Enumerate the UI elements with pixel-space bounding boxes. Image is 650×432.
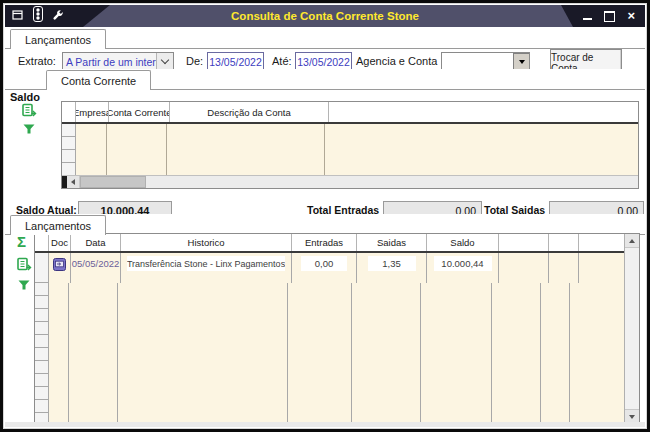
- saidas-cell[interactable]: 1,35: [357, 253, 427, 283]
- arrow-down-icon: [629, 415, 635, 419]
- column-header-data[interactable]: Data: [71, 234, 121, 251]
- application-window: Consulta de Conta Corrente Stone × La: [0, 0, 650, 432]
- maximize-icon[interactable]: [604, 11, 615, 22]
- scroll-up-button[interactable]: [625, 234, 639, 248]
- lancamentos-grid-column-lines: [35, 283, 624, 423]
- extrato-dropdown-button[interactable]: [156, 53, 173, 70]
- column-header-saidas[interactable]: Saidas: [357, 234, 427, 251]
- historico-value: Transferência Stone - Linx Pagamentos: [127, 256, 285, 271]
- table-row[interactable]: 05/05/2022 Transferência Stone - Linx Pa…: [35, 253, 624, 283]
- saldo-grid[interactable]: Empresa Conta Corrente Descrição da Cont…: [61, 101, 639, 189]
- arrow-left-icon: [71, 179, 75, 185]
- column-header-doc[interactable]: Doc: [49, 234, 71, 251]
- historico-cell[interactable]: Transferência Stone - Linx Pagamentos: [121, 253, 292, 283]
- agencia-label: Agencia e Conta: [356, 55, 437, 67]
- column-header-extra-3: [579, 234, 624, 251]
- conta-tab-strip: Conta Corrente: [5, 69, 645, 90]
- column-header-extra-1: [499, 234, 549, 251]
- extrato-label: Extrato:: [18, 55, 56, 67]
- column-header-descricao[interactable]: Descrição da Conta: [170, 102, 329, 122]
- saldo-section-label: Saldo: [10, 91, 40, 103]
- filter-funnel-icon[interactable]: [23, 124, 35, 134]
- column-header-saldo[interactable]: Saldo: [427, 234, 499, 251]
- de-label: De:: [186, 55, 203, 67]
- saldo-cell[interactable]: 10.000,44: [427, 253, 499, 283]
- agencia-value: [442, 53, 513, 70]
- saldo-grid-body[interactable]: [62, 124, 638, 175]
- scroll-down-button[interactable]: [625, 409, 639, 423]
- entradas-value: 0,00: [301, 256, 347, 271]
- lancamentos-grid-vscrollbar[interactable]: [624, 234, 639, 423]
- scroll-left-button[interactable]: [67, 176, 80, 188]
- extrato-value: A Partir de um intervalo: [63, 56, 156, 68]
- data-cell[interactable]: 05/05/2022: [71, 253, 121, 283]
- tab-lancamentos-top[interactable]: Lançamentos: [10, 29, 106, 49]
- extra-cell-3[interactable]: [579, 253, 624, 283]
- saldo-value: 10.000,44: [434, 256, 492, 271]
- entradas-cell[interactable]: 0,00: [292, 253, 357, 283]
- agencia-dropdown-button[interactable]: [513, 53, 529, 70]
- traffic-light-icon[interactable]: [33, 6, 43, 26]
- sigma-icon[interactable]: Σ: [17, 235, 26, 249]
- document-icon[interactable]: [53, 257, 66, 275]
- minimize-icon[interactable]: [583, 18, 592, 20]
- lancamentos-grid-header: Doc Data Historico Entradas Saidas Saldo: [35, 234, 624, 253]
- saldo-grid-hscrollbar[interactable]: [62, 175, 638, 188]
- column-header-filler: [329, 102, 638, 122]
- bottom-tab-strip: Lançamentos: [5, 214, 645, 235]
- hscrollbar-thumb[interactable]: [80, 176, 146, 188]
- saldo-grid-column-lines: [62, 124, 638, 175]
- column-header-entradas[interactable]: Entradas: [292, 234, 357, 251]
- ate-label: Até:: [272, 55, 292, 67]
- saldo-grid-header: Empresa Conta Corrente Descrição da Cont…: [62, 102, 638, 124]
- tab-conta-corrente[interactable]: Conta Corrente: [46, 70, 151, 90]
- saldo-grid-row-indicators: [62, 124, 76, 175]
- indicator-header-cell: [62, 102, 76, 122]
- column-header-historico[interactable]: Historico: [121, 234, 292, 251]
- top-tab-strip: Lançamentos: [5, 28, 645, 49]
- export-grid-icon[interactable]: [22, 103, 37, 118]
- doc-cell[interactable]: [49, 253, 71, 283]
- form-icon[interactable]: [12, 7, 24, 25]
- column-header-conta-corrente[interactable]: Conta Corrente: [109, 102, 170, 122]
- column-header-empresa[interactable]: Empresa: [76, 102, 109, 122]
- indicator-header-cell: [35, 234, 49, 251]
- tab-lancamentos-bottom[interactable]: Lançamentos: [10, 215, 106, 235]
- column-header-extra-2: [549, 234, 579, 251]
- row-indicator-cell[interactable]: [35, 253, 49, 283]
- lancamentos-grid[interactable]: Doc Data Historico Entradas Saidas Saldo: [34, 233, 640, 424]
- saidas-value: 1,35: [368, 256, 416, 271]
- extra-cell-2[interactable]: [549, 253, 579, 283]
- wrench-icon[interactable]: [52, 7, 64, 25]
- filter-funnel-icon-2[interactable]: [18, 280, 30, 290]
- lancamentos-grid-empty-area[interactable]: [35, 283, 624, 423]
- lancamentos-grid-row-indicators: [35, 283, 49, 423]
- arrow-up-icon: [629, 239, 635, 243]
- title-bar[interactable]: Consulta de Conta Corrente Stone ×: [5, 5, 645, 27]
- window-title: Consulta de Conta Corrente Stone: [5, 5, 645, 27]
- window-body: Consulta de Conta Corrente Stone × La: [3, 3, 647, 429]
- dropdown-arrow-icon: [519, 60, 525, 64]
- chevron-down-icon: [161, 56, 169, 64]
- bottom-strip: [5, 422, 645, 427]
- close-icon[interactable]: ×: [627, 5, 635, 27]
- extra-cell-1[interactable]: [499, 253, 549, 283]
- export-grid-icon-2[interactable]: [17, 257, 32, 272]
